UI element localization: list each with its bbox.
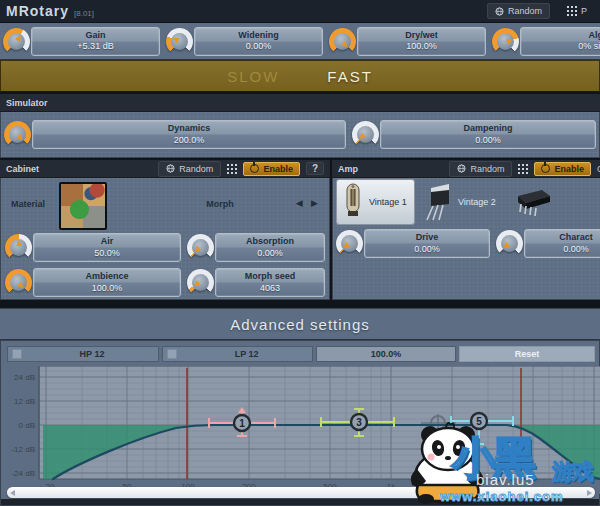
widening-knob-group: Widening 0.00%	[163, 23, 326, 59]
morph-arrows[interactable]: ◀ ▶	[296, 198, 321, 208]
svg-text:3: 3	[356, 417, 362, 428]
absorption-knob-group: Absorption 0.00%	[184, 230, 328, 265]
amp-random-button[interactable]: Random	[449, 161, 512, 177]
dynamics-label: Dynamics	[168, 123, 211, 134]
drive-label: Drive	[416, 232, 439, 243]
highpass-button[interactable]: HP 12	[7, 346, 159, 362]
mix-button[interactable]: 100.0%	[316, 346, 456, 362]
morph-seed-label: Morph seed	[245, 271, 296, 282]
simulator-title: Simulator	[6, 98, 48, 108]
frequency-response-graph[interactable]: 1 3	[1, 366, 600, 494]
drive-knob-group: Drive 0.00%	[333, 226, 493, 261]
ambience-knob-group: Ambience 100.0%	[2, 265, 184, 300]
chip-icon	[512, 182, 554, 222]
svg-text:-12 dB: -12 dB	[11, 445, 35, 454]
gain-plate[interactable]: Gain +5.31 dB	[31, 27, 160, 56]
gain-value: +5.31 dB	[77, 41, 113, 52]
dynamics-knob[interactable]	[4, 121, 31, 148]
mrotary-plugin-window: MRotary [8.01] Random P Gain +5.31 dB	[0, 0, 600, 506]
bottom-strip	[1, 499, 599, 505]
character-knob-group: Charact 0.00%	[493, 226, 600, 261]
amp-item-label: Vintage 1	[369, 197, 409, 208]
cabinet-random-button[interactable]: Random	[158, 161, 221, 177]
amp-type-selector: Vintage 1 Vintage 2	[333, 178, 600, 226]
svg-text:0 dB: 0 dB	[19, 421, 35, 430]
character-knob[interactable]	[496, 230, 523, 257]
grid-icon	[567, 6, 577, 16]
highpass-toggle-square[interactable]	[12, 349, 22, 359]
amp-panel: Amp Random Enable Oversa	[332, 160, 600, 300]
globe-icon	[166, 164, 175, 173]
power-icon	[250, 164, 259, 173]
ambience-plate[interactable]: Ambience 100.0%	[33, 268, 181, 297]
widening-plate[interactable]: Widening 0.00%	[194, 27, 323, 56]
algorithm-label: Algorit	[589, 30, 600, 41]
ambience-knob[interactable]	[5, 269, 32, 296]
enable-label: Enable	[554, 164, 584, 174]
reset-button[interactable]: Reset	[459, 346, 595, 362]
ambience-label: Ambience	[85, 271, 128, 282]
dynamics-plate[interactable]: Dynamics 200.0%	[32, 120, 346, 149]
algorithm-knob[interactable]	[492, 28, 519, 55]
amp-item-vintage-1[interactable]: Vintage 1	[337, 180, 414, 224]
dampening-plate[interactable]: Dampening 0.00%	[380, 120, 596, 149]
drywet-label: Dry/wet	[405, 30, 438, 41]
character-plate[interactable]: Charact 0.00%	[524, 229, 600, 258]
air-label: Air	[101, 236, 114, 247]
morph-seed-knob[interactable]	[187, 269, 214, 296]
random-label: Random	[508, 6, 542, 16]
amp-title: Amp	[338, 164, 358, 174]
speed-slow-button[interactable]: SLOW	[227, 68, 279, 85]
lowpass-toggle-square[interactable]	[167, 349, 177, 359]
app-title: MRotary	[6, 3, 69, 19]
absorption-plate[interactable]: Absorption 0.00%	[215, 233, 325, 262]
absorption-label: Absorption	[246, 236, 294, 247]
cabinet-title: Cabinet	[6, 164, 39, 174]
cabinet-panel: Cabinet Random Enable ? Material Morph ◀…	[0, 160, 330, 300]
svg-text:24 dB: 24 dB	[14, 373, 35, 382]
drive-plate[interactable]: Drive 0.00%	[364, 229, 490, 258]
simulator-panel: Simulator Dynamics 200.0% Dampening 0.00…	[0, 94, 600, 158]
drywet-plate[interactable]: Dry/wet 100.0%	[357, 27, 486, 56]
air-plate[interactable]: Air 50.0%	[33, 233, 181, 262]
highpass-label: HP 12	[26, 349, 158, 359]
advanced-settings-bar[interactable]: Advanced settings	[0, 308, 600, 340]
material-thumbnail[interactable]	[59, 182, 107, 230]
morph-seed-value: 4063	[260, 283, 280, 294]
dampening-label: Dampening	[463, 123, 512, 134]
drive-value: 0.00%	[414, 244, 440, 255]
morph-seed-plate[interactable]: Morph seed 4063	[215, 268, 325, 297]
air-knob[interactable]	[5, 234, 32, 261]
rotary-speed-bar: SLOW FAST	[0, 60, 600, 92]
amp-item-chip[interactable]	[507, 180, 600, 224]
cabinet-help-button[interactable]: ?	[306, 162, 324, 175]
ambience-value: 100.0%	[92, 283, 123, 294]
app-version: [8.01]	[74, 9, 94, 18]
gain-label: Gain	[85, 30, 105, 41]
global-random-button[interactable]: Random	[487, 3, 550, 19]
random-label: Random	[470, 164, 504, 174]
globe-icon	[495, 7, 504, 16]
gain-knob[interactable]	[3, 28, 30, 55]
morph-seed-knob-group: Morph seed 4063	[184, 265, 328, 300]
grid-icon[interactable]	[227, 164, 237, 174]
presets-button[interactable]: P	[560, 4, 594, 18]
widening-knob[interactable]	[166, 28, 193, 55]
morph-label[interactable]: Morph	[151, 199, 289, 209]
amp-enable-toggle[interactable]: Enable	[534, 162, 591, 176]
cabinet-enable-toggle[interactable]: Enable	[243, 162, 300, 176]
filter-section: HP 12 LP 12 100.0% Reset	[0, 340, 600, 506]
drive-knob[interactable]	[336, 230, 363, 257]
frequency-scrollbar[interactable]	[7, 487, 595, 498]
gain-knob-group: Gain +5.31 dB	[0, 23, 163, 59]
amp-item-vintage-2[interactable]: Vintage 2	[418, 180, 503, 224]
lowpass-button[interactable]: LP 12	[162, 346, 313, 362]
character-label: Charact	[559, 232, 593, 243]
algorithm-plate[interactable]: Algorit 0% sim, 100	[520, 27, 600, 56]
absorption-knob[interactable]	[187, 234, 214, 261]
drywet-knob[interactable]	[329, 28, 356, 55]
grid-icon[interactable]	[518, 164, 528, 174]
title-bar: MRotary [8.01] Random P	[0, 0, 600, 22]
speed-fast-button[interactable]: FAST	[327, 68, 373, 85]
dampening-knob[interactable]	[352, 121, 379, 148]
